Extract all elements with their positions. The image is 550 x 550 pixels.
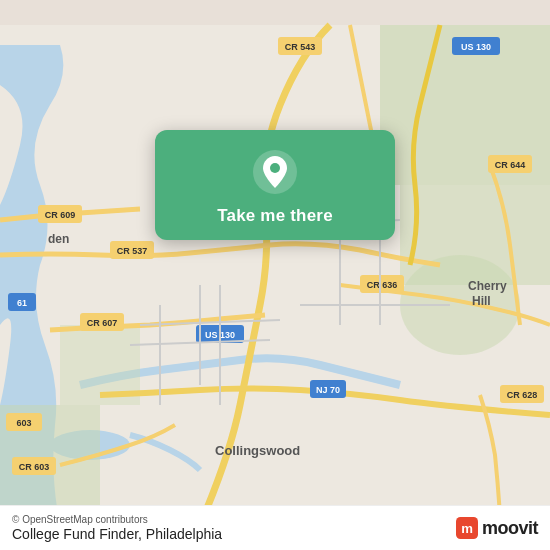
moovit-logo: m moovit xyxy=(456,517,538,539)
svg-text:Hill: Hill xyxy=(472,294,491,308)
svg-text:CR 543: CR 543 xyxy=(285,42,316,52)
svg-text:US 130: US 130 xyxy=(461,42,491,52)
map-background: CR 543 US 130 CR 609 CR 537 CR 636 CR 64… xyxy=(0,0,550,550)
svg-text:NJ 70: NJ 70 xyxy=(316,385,340,395)
svg-text:CR 607: CR 607 xyxy=(87,318,118,328)
location-pin-icon xyxy=(251,148,299,196)
moovit-icon: m xyxy=(456,517,478,539)
svg-text:den: den xyxy=(48,232,69,246)
bottom-left-info: © OpenStreetMap contributors College Fun… xyxy=(12,514,222,542)
svg-text:m: m xyxy=(461,521,473,536)
popup-card: Take me there xyxy=(155,130,395,240)
svg-text:CR 636: CR 636 xyxy=(367,280,398,290)
svg-text:Cherry: Cherry xyxy=(468,279,507,293)
take-me-there-button[interactable]: Take me there xyxy=(217,206,333,226)
svg-text:Collingswood: Collingswood xyxy=(215,443,300,458)
app-title: College Fund Finder, Philadelphia xyxy=(12,526,222,542)
svg-text:61: 61 xyxy=(17,298,27,308)
svg-text:603: 603 xyxy=(16,418,31,428)
osm-attribution: © OpenStreetMap contributors xyxy=(12,514,222,525)
svg-text:CR 644: CR 644 xyxy=(495,160,526,170)
svg-text:CR 628: CR 628 xyxy=(507,390,538,400)
svg-point-48 xyxy=(270,163,280,173)
svg-text:CR 603: CR 603 xyxy=(19,462,50,472)
svg-text:CR 609: CR 609 xyxy=(45,210,76,220)
svg-text:CR 537: CR 537 xyxy=(117,246,148,256)
map-container: CR 543 US 130 CR 609 CR 537 CR 636 CR 64… xyxy=(0,0,550,550)
bottom-bar: © OpenStreetMap contributors College Fun… xyxy=(0,505,550,550)
moovit-wordmark: moovit xyxy=(482,518,538,539)
